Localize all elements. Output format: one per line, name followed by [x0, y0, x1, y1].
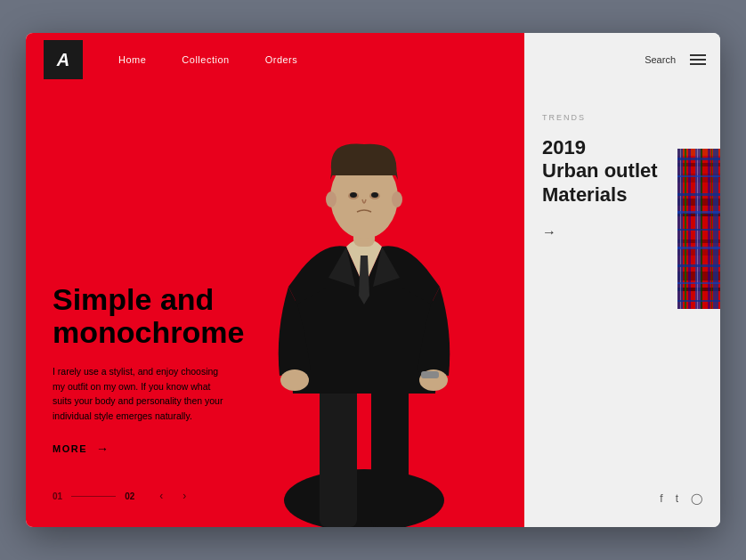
hamburger-menu-button[interactable]: [690, 54, 706, 65]
svg-rect-2: [371, 376, 409, 527]
svg-rect-44: [677, 264, 720, 267]
pagination: 01 02 ‹ ›: [53, 487, 193, 505]
svg-rect-40: [677, 193, 720, 196]
nav-arrows: ‹ ›: [152, 487, 193, 505]
hero-description: I rarely use a stylist, and enjoy choosi…: [53, 364, 231, 424]
svg-point-13: [392, 191, 402, 207]
svg-rect-46: [677, 300, 720, 302]
more-arrow-icon: →: [96, 442, 110, 456]
prev-arrow-button[interactable]: ‹: [152, 487, 170, 505]
search-label[interactable]: Search: [645, 54, 676, 65]
hero-title: Simple and monochrome: [53, 283, 244, 350]
svg-point-10: [350, 192, 357, 198]
svg-rect-43: [677, 247, 720, 249]
svg-rect-1: [320, 376, 357, 527]
more-link[interactable]: MORE →: [53, 442, 244, 456]
nav-links: Home Collection Orders: [118, 54, 297, 65]
left-panel: A Home Collection Orders: [26, 33, 524, 527]
svg-point-0: [284, 469, 444, 527]
plaid-pattern-block: [677, 149, 720, 309]
facebook-icon[interactable]: f: [660, 492, 662, 505]
nav-home[interactable]: Home: [118, 54, 146, 65]
hamburger-line-1: [690, 54, 706, 56]
hero-content: Simple and monochrome I rarely use a sty…: [53, 283, 244, 456]
right-nav: Search: [524, 33, 720, 86]
twitter-icon[interactable]: t: [676, 492, 678, 505]
trends-label: TRENDS: [542, 113, 702, 122]
svg-rect-45: [677, 282, 720, 284]
svg-point-12: [326, 191, 337, 207]
hamburger-line-2: [690, 59, 706, 61]
next-arrow-button[interactable]: ›: [175, 487, 193, 505]
social-icons: f t ◯: [660, 492, 702, 505]
main-nav: A Home Collection Orders: [26, 33, 524, 86]
svg-rect-41: [677, 211, 720, 214]
instagram-icon[interactable]: ◯: [691, 492, 702, 505]
svg-rect-5: [421, 371, 439, 378]
svg-point-3: [280, 369, 309, 391]
page-current: 01: [53, 491, 62, 501]
logo[interactable]: A: [44, 40, 83, 79]
hamburger-line-3: [690, 63, 706, 65]
page-total: 02: [125, 491, 134, 501]
right-panel: Search TRENDS 2019 Urban outlet Material…: [524, 33, 720, 527]
svg-rect-38: [677, 158, 720, 160]
svg-rect-39: [677, 175, 720, 177]
nav-orders[interactable]: Orders: [265, 54, 298, 65]
nav-collection[interactable]: Collection: [182, 54, 229, 65]
svg-point-11: [371, 192, 378, 198]
svg-rect-42: [677, 229, 720, 231]
hero-person-image: [222, 91, 507, 527]
page-line: [71, 496, 116, 497]
